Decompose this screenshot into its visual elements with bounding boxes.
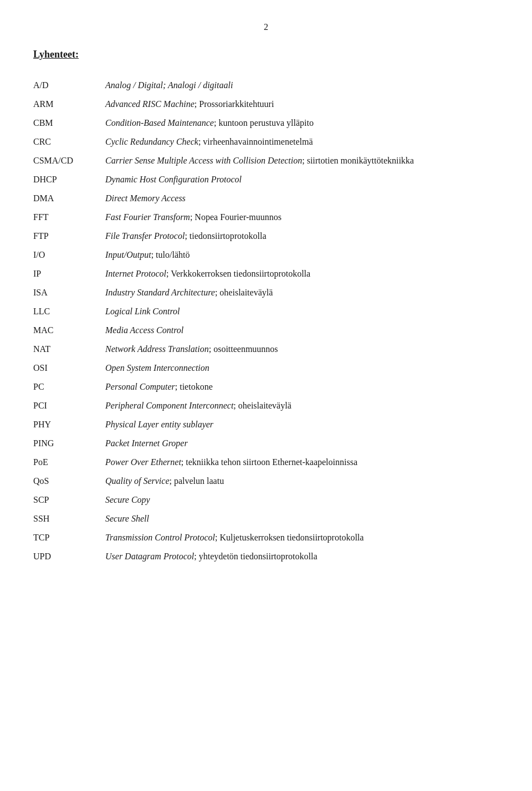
list-item: I/OInput/Output; tulo/lähtö: [33, 246, 499, 264]
abbreviation-label: QoS: [33, 472, 105, 491]
abbreviation-description: Media Access Control: [105, 321, 499, 340]
abbreviation-description: Analog / Digital; Analogi / digitaali: [105, 76, 499, 95]
abbreviation-description: Logical Link Control: [105, 302, 499, 321]
abbreviation-description: Internet Protocol; Verkkokerroksen tiedo…: [105, 264, 499, 283]
abbreviation-label: NAT: [33, 340, 105, 359]
abbreviation-description: Quality of Service; palvelun laatu: [105, 472, 499, 491]
list-item: OSIOpen System Interconnection: [33, 359, 499, 377]
abbreviation-label: DHCP: [33, 170, 105, 189]
list-item: FFTFast Fourier Transform; Nopea Fourier…: [33, 208, 499, 227]
abbreviation-description: Advanced RISC Machine; Prossoriarkkiteht…: [105, 95, 499, 114]
abbreviation-label: SSH: [33, 509, 105, 528]
section-title: Lyhenteet:: [33, 49, 499, 60]
abbreviation-description: Open System Interconnection: [105, 359, 499, 377]
abbreviation-label: SCP: [33, 491, 105, 509]
list-item: A/DAnalog / Digital; Analogi / digitaali: [33, 76, 499, 95]
list-item: CSMA/CDCarrier Sense Multiple Access wit…: [33, 151, 499, 170]
abbreviation-label: A/D: [33, 76, 105, 95]
list-item: PCIPeripheral Component Interconnect; oh…: [33, 396, 499, 415]
abbreviation-label: PoE: [33, 453, 105, 472]
abbreviation-description: Personal Computer; tietokone: [105, 377, 499, 396]
abbreviation-label: TCP: [33, 528, 105, 547]
abbreviation-description: Secure Shell: [105, 509, 499, 528]
abbreviation-description: Direct Memory Access: [105, 189, 499, 208]
abbreviation-label: PC: [33, 377, 105, 396]
abbreviation-description: Carrier Sense Multiple Access with Colli…: [105, 151, 499, 170]
abbreviation-label: CSMA/CD: [33, 151, 105, 170]
list-item: QoSQuality of Service; palvelun laatu: [33, 472, 499, 491]
abbreviation-description: User Datagram Protocol; yhteydetön tiedo…: [105, 547, 499, 566]
abbreviation-description: Condition-Based Maintenance; kuntoon per…: [105, 114, 499, 132]
list-item: MACMedia Access Control: [33, 321, 499, 340]
list-item: PHYPhysical Layer entity sublayer: [33, 415, 499, 434]
list-item: PoEPower Over Ethernet; tekniikka tehon …: [33, 453, 499, 472]
abbreviation-description: Peripheral Component Interconnect; oheis…: [105, 396, 499, 415]
abbreviation-description: Fast Fourier Transform; Nopea Fourier-mu…: [105, 208, 499, 227]
abbreviation-description: Network Address Translation; osoitteenmu…: [105, 340, 499, 359]
list-item: UPDUser Datagram Protocol; yhteydetön ti…: [33, 547, 499, 566]
abbreviation-description: File Transfer Protocol; tiedonsiirtoprot…: [105, 227, 499, 246]
abbreviation-description: Cyclic Redundancy Check; virheenhavainno…: [105, 132, 499, 151]
abbreviation-description: Packet Internet Groper: [105, 434, 499, 453]
abbreviation-label: FTP: [33, 227, 105, 246]
list-item: SCPSecure Copy: [33, 491, 499, 509]
abbreviation-label: IP: [33, 264, 105, 283]
abbreviations-table: A/DAnalog / Digital; Analogi / digitaali…: [33, 76, 499, 566]
list-item: SSHSecure Shell: [33, 509, 499, 528]
list-item: DHCPDynamic Host Configuration Protocol: [33, 170, 499, 189]
page-number: 2: [33, 22, 499, 32]
list-item: ARMAdvanced RISC Machine; Prossoriarkkit…: [33, 95, 499, 114]
list-item: NATNetwork Address Translation; osoittee…: [33, 340, 499, 359]
list-item: PCPersonal Computer; tietokone: [33, 377, 499, 396]
abbreviation-label: UPD: [33, 547, 105, 566]
abbreviation-label: CRC: [33, 132, 105, 151]
list-item: DMADirect Memory Access: [33, 189, 499, 208]
abbreviation-label: PING: [33, 434, 105, 453]
abbreviation-label: ARM: [33, 95, 105, 114]
abbreviation-description: Power Over Ethernet; tekniikka tehon sii…: [105, 453, 499, 472]
abbreviation-description: Physical Layer entity sublayer: [105, 415, 499, 434]
list-item: FTPFile Transfer Protocol; tiedonsiirtop…: [33, 227, 499, 246]
abbreviation-description: Input/Output; tulo/lähtö: [105, 246, 499, 264]
abbreviation-label: FFT: [33, 208, 105, 227]
abbreviation-label: ISA: [33, 283, 105, 302]
abbreviation-label: PHY: [33, 415, 105, 434]
abbreviation-description: Dynamic Host Configuration Protocol: [105, 170, 499, 189]
list-item: CBMCondition-Based Maintenance; kuntoon …: [33, 114, 499, 132]
abbreviation-description: Industry Standard Architecture; oheislai…: [105, 283, 499, 302]
abbreviation-label: CBM: [33, 114, 105, 132]
abbreviation-label: OSI: [33, 359, 105, 377]
abbreviation-label: PCI: [33, 396, 105, 415]
list-item: IPInternet Protocol; Verkkokerroksen tie…: [33, 264, 499, 283]
abbreviation-label: I/O: [33, 246, 105, 264]
list-item: PINGPacket Internet Groper: [33, 434, 499, 453]
abbreviation-label: MAC: [33, 321, 105, 340]
list-item: CRCCyclic Redundancy Check; virheenhavai…: [33, 132, 499, 151]
list-item: LLCLogical Link Control: [33, 302, 499, 321]
abbreviation-description: Transmission Control Protocol; Kuljetusk…: [105, 528, 499, 547]
abbreviation-label: DMA: [33, 189, 105, 208]
list-item: ISAIndustry Standard Architecture; oheis…: [33, 283, 499, 302]
abbreviation-label: LLC: [33, 302, 105, 321]
list-item: TCPTransmission Control Protocol; Kuljet…: [33, 528, 499, 547]
abbreviation-description: Secure Copy: [105, 491, 499, 509]
